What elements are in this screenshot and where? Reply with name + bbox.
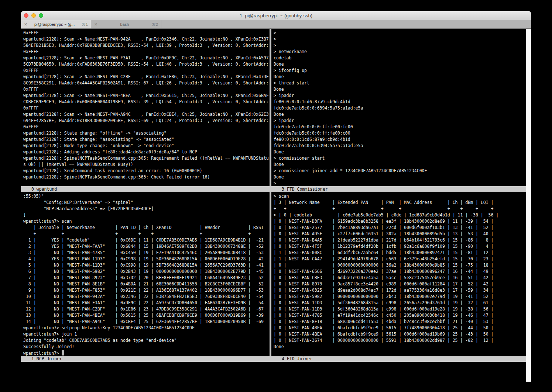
terminal-line: 0xFFFF (23, 49, 270, 55)
terminal-line: > ipaddr (274, 93, 531, 99)
terminal-line: | 0 | NEST-PAN-4F5F | 1b12379efd4df20b |… (274, 244, 531, 250)
tab-bar-empty-area (161, 20, 531, 28)
terminal-window: 1. pi@raspberrypi: ~ (gnubby-ssh) ✕ pi@r… (21, 11, 531, 382)
terminal-line: :55:05)" (23, 194, 270, 200)
tab-shortcut: ⌘1 (82, 22, 88, 27)
terminal-line: 0xFFFF (23, 105, 270, 112)
terminal-line: 8 | NO | "NEST-PAN-8E1B" | 0x4BDA | 21 |… (23, 281, 270, 288)
terminal-line: > (274, 181, 531, 186)
terminal-line: | 0 | NEST-PAN-5982 | 0000000000000000 |… (274, 294, 531, 300)
close-tab-icon[interactable]: ✕ (24, 22, 27, 27)
terminal-line: wpanctl:utun7> scan (23, 219, 270, 225)
window-titlebar[interactable]: 1. pi@raspberrypi: ~ (gnubby-ssh) (21, 11, 531, 20)
terminal-line: | J | Network Name | Extended PAN | PAN … (274, 200, 531, 206)
terminal-line: 0xFFFF (23, 30, 270, 37)
terminal-line: | 0 | NEST-PAN-4785 | e7f19a41dc42546c |… (274, 313, 531, 319)
ncp-joiner-scrollback: :55:05)" "Config:NCP:DriverName" => "spi… (23, 194, 270, 350)
terminal-line: 13 | NO | "NEST-PAN-4BEA" | 0x5615 | 25 … (23, 313, 270, 319)
status-ncp-joiner: 1 NCP Joiner (21, 356, 271, 362)
terminal-line: | 0 | NEST-PAN-6566 | d26973220a370ee2 |… (274, 269, 531, 275)
terminal-line: wpantund[2128]: SpinelNCPTaskSendCommand… (23, 174, 270, 181)
terminal-line: wpantund[2128]: SpinelNCPTaskSendCommand… (23, 156, 270, 162)
bottom-pane-row: :55:05)" "Config:NCP:DriverName" => "spi… (21, 192, 531, 356)
terminal-line: 9 | NO | "NEST-PAN-F853" | 0x921E | 22 |… (23, 288, 270, 294)
pane-status-row-top: 0 wpantund 3 FTD Commissioner (21, 186, 531, 192)
terminal-line: "NCP:HardwareAddress" => [F872DF9CD5AE4D… (23, 206, 270, 212)
terminal-content: 0xFFFFwpantund[2128]: Scan -> Name:NEST-… (21, 29, 531, 382)
terminal-line: wpantund[2128]: Scan -> Name:NEST-PAN-F3… (23, 55, 270, 62)
terminal-line: 694FE42857BE, HwAddr:0x18B43000002095BE,… (23, 118, 270, 124)
terminal-cursor (62, 350, 64, 355)
zoom-window-button[interactable] (39, 13, 43, 18)
terminal-line: fe80:0:0:0:1cd6:87a9:cb9d:4b1d (274, 137, 531, 143)
terminal-line: 4 | YES | "NEST-PAN-11D3" | 0xC998 | 19 … (23, 256, 270, 263)
pane-wpantund[interactable]: 0xFFFFwpantund[2128]: Scan -> Name:NEST-… (21, 29, 270, 186)
terminal-line: wpantund[2128]: Node type change: "unkno… (23, 143, 270, 149)
status-ftd-joiner: 4 FTD Joiner (271, 356, 531, 362)
terminal-line: wpanctl:utun7> setprop Network:Key 1234C… (23, 325, 270, 332)
terminal-line: > ipaddr (274, 118, 531, 124)
minimize-window-button[interactable] (31, 13, 36, 18)
terminal-line: | 0 | NEST-PAN-CBE3 | 6dd3e1e9347e4a5a |… (274, 275, 531, 281)
status-wpantund: 0 wpantund (21, 186, 271, 192)
terminal-line: | 0 | NEST-PAN-3674 | 0000000000000000 |… (274, 338, 531, 344)
terminal-line: > | 0 | codelab | c0de7ab5c0de7ab5 | c0d… (274, 212, 531, 219)
tab-ssh-session[interactable]: ✕ pi@raspberrypi: ~ (g... ⌘1 (21, 20, 91, 28)
terminal-line: | 0 | NEST-PAN-4BEA | 6bafcdbfcb9f9ce9 |… (274, 325, 531, 332)
terminal-line: fdc0:de7a:b5c0:0:0:ff:fe00:fc00 (274, 124, 531, 131)
terminal-line: 10 | NO | "NEST-PAN-942A" | 0x2346 | 22 … (23, 294, 270, 300)
terminal-line: | 0 | NEST-PAN-4BEA | 6bafcdbfcb9f9ce9 |… (274, 332, 531, 338)
terminal-line: | 0 | NEST-PAN-AD5F | c27f7c606dc16351 |… (274, 231, 531, 237)
terminal-line: fe80:0:0:0:1cd6:87a9:cb9d:4b1d (274, 99, 531, 105)
terminal-line: | Joinable | NetworkName | PAN ID | Ch |… (23, 225, 270, 231)
pane-ftd-commissioner[interactable]: >>>> networknamecodelabDone> ifconfig up… (271, 29, 531, 186)
terminal-line: Done (274, 74, 531, 80)
terminal-line: > commissioner start (274, 156, 531, 162)
terminal-line: wpantund[2128]: State change: "offline" … (23, 131, 270, 137)
terminal-line: | 0 | NEST-PAN-B4A5 | 2fdeab52227d1dba |… (274, 237, 531, 244)
terminal-line: | 1 | NEST-PAN-CAA7 | 294149dd4978b678 |… (274, 256, 531, 263)
tab-bar: ✕ pi@raspberrypi: ~ (g... ⌘1 ✕ bash ⌘2 (21, 20, 531, 29)
terminal-line: | 0 | NEST-PAN-D3FA | 6159adc3ba8b3258 |… (274, 219, 531, 225)
terminal-line: wpantund[2128]: Scan -> Name:NEST-PAN-4B… (23, 93, 270, 99)
terminal-line: > (274, 43, 531, 49)
prompt-text: wpanctl:utun7> (23, 351, 62, 356)
terminal-line: > (274, 37, 531, 43)
terminal-line: 0xFFFF (23, 87, 270, 93)
terminal-line: | 0 | NEST-PAN-11D3 | 5df36048268d815a |… (274, 300, 531, 306)
terminal-line: 0xFFFF (23, 68, 270, 74)
terminal-line: | 0 | NEST-PAN-2577 | 2bec1a8893da67a1 |… (274, 225, 531, 231)
close-tab-icon[interactable]: ✕ (94, 22, 97, 27)
terminal-line: 584EFB21B5E3, HwAddr:0x76D93D8F8DEDCEE3,… (23, 43, 270, 49)
terminal-line: codelab (274, 55, 531, 62)
terminal-line: > commissioner joiner add * 1234C0DE7AB5… (274, 168, 531, 174)
terminal-line: | 0 | NEST-PAN-11D3 | 5df36048268d815a |… (274, 306, 531, 313)
terminal-line: wpantund[2128]: State change: "associati… (23, 137, 270, 143)
terminal-line: 7 | NO | "NEST-PAN-3923" | 0x37D2 | 20 |… (23, 275, 270, 281)
pane-ftd-joiner[interactable]: > scan| J | Network Name | Extended PAN … (271, 192, 531, 356)
terminal-line: wpantund[2128]: Adding address "fe80::da… (23, 149, 270, 156)
terminal-line: fdc0:de7a:b5c0:0:6394:5a75:a1ad:e5a (274, 105, 531, 112)
terminal-line: | 0 | NEST-PAN-0325 | d9eaa2d008d74ac7 |… (274, 288, 531, 294)
tab-bash[interactable]: ✕ bash ⌘2 (91, 20, 161, 28)
pane-status-row-bottom: 1 NCP Joiner 4 FTD Joiner (21, 356, 531, 362)
pane-ncp-joiner[interactable]: :55:05)" "Config:NCP:DriverName" => "spi… (21, 192, 270, 356)
window-title: 1. pi@raspberrypi: ~ (gnubby-ssh) (21, 11, 531, 20)
terminal-line: +---+------------------+----------------… (274, 206, 531, 212)
terminal-line: > (274, 30, 531, 37)
terminal-line: ----+----------+--------------------+---… (23, 231, 270, 237)
terminal-line: ] (23, 212, 270, 219)
terminal-line: 6 | NO | "NEST-PAN-5982" | 0x2B43 | 19 |… (23, 269, 270, 275)
terminal-line: Joining "codelab" C0DE7AB5C0DE7AB5 as no… (23, 338, 270, 344)
terminal-line: | 0 | | 0000000000000000 | 36a2 | 18b430… (274, 263, 531, 269)
terminal-line: 3 | NO | "NEST-PAN-4785" | 0xC450 | 19 |… (23, 250, 270, 256)
terminal-line: s_Ok) || (mRetVal == kWPANTUNDStatus_Bus… (23, 162, 270, 168)
terminal-line: Done (274, 162, 531, 168)
scrollbar-track[interactable] (526, 29, 531, 382)
terminal-line: wpanctl:utun7> join 1 (23, 332, 270, 338)
terminal-line: | 0 | NEST-PAN-8E1B | 68e3006cdd411553 |… (274, 319, 531, 325)
terminal-line: | 1 | NEST-PAN-008C | 6d3df2bc67aabc64 |… (274, 250, 531, 256)
terminal-line: CDBFCB9F9CE9, HwAddr:0x000D6F000AD19BE9,… (23, 99, 270, 105)
close-window-button[interactable] (24, 13, 28, 18)
terminal-line: 1 | YES | "codelab" | 0xC0DE | 11 | C0DE… (23, 237, 270, 244)
